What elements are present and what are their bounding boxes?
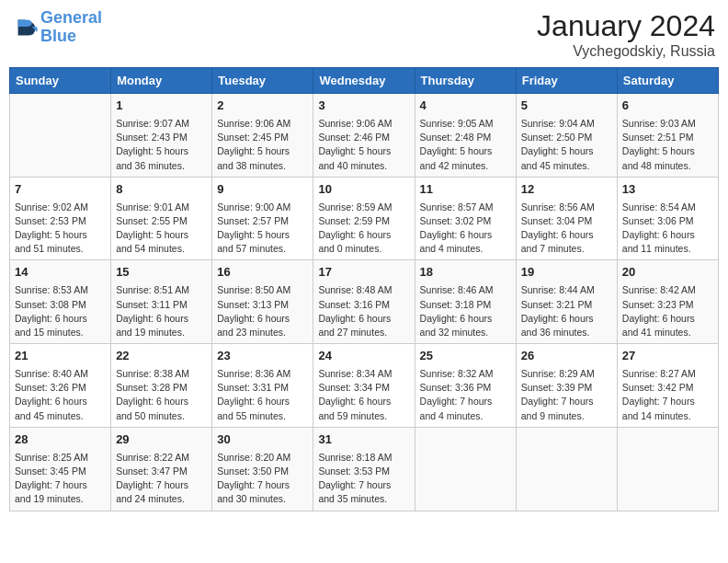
calendar-cell: 18Sunrise: 8:46 AMSunset: 3:18 PMDayligh…: [415, 260, 516, 344]
cell-info: Sunrise: 8:59 AMSunset: 2:59 PMDaylight:…: [318, 201, 409, 257]
day-number: 20: [622, 264, 713, 282]
cell-info: Sunrise: 8:27 AMSunset: 3:42 PMDaylight:…: [622, 367, 713, 423]
cell-info: Sunrise: 9:07 AMSunset: 2:43 PMDaylight:…: [116, 117, 207, 173]
cell-info: Sunrise: 9:02 AMSunset: 2:53 PMDaylight:…: [15, 201, 106, 257]
calendar-cell: 14Sunrise: 8:53 AMSunset: 3:08 PMDayligh…: [10, 260, 111, 344]
calendar-week-row: 21Sunrise: 8:40 AMSunset: 3:26 PMDayligh…: [10, 344, 719, 428]
cell-info: Sunrise: 8:51 AMSunset: 3:11 PMDaylight:…: [116, 283, 207, 339]
calendar-cell: 26Sunrise: 8:29 AMSunset: 3:39 PMDayligh…: [516, 344, 617, 428]
cell-info: Sunrise: 8:46 AMSunset: 3:18 PMDaylight:…: [420, 283, 511, 339]
title-block: January 2024 Vychegodskiy, Russia: [537, 9, 715, 60]
page-title: January 2024: [537, 9, 715, 43]
logo-text: General Blue: [40, 9, 102, 46]
calendar-week-row: 7Sunrise: 9:02 AMSunset: 2:53 PMDaylight…: [10, 177, 719, 260]
calendar-cell: 25Sunrise: 8:32 AMSunset: 3:36 PMDayligh…: [415, 344, 516, 428]
calendar-cell: 28Sunrise: 8:25 AMSunset: 3:45 PMDayligh…: [10, 427, 111, 511]
weekday-header-wednesday: Wednesday: [313, 68, 415, 94]
calendar-cell: 15Sunrise: 8:51 AMSunset: 3:11 PMDayligh…: [111, 260, 212, 344]
day-number: 22: [116, 348, 207, 365]
cell-info: Sunrise: 9:03 AMSunset: 2:51 PMDaylight:…: [622, 117, 713, 173]
cell-info: Sunrise: 9:04 AMSunset: 2:50 PMDaylight:…: [521, 117, 612, 173]
cell-info: Sunrise: 9:06 AMSunset: 2:46 PMDaylight:…: [318, 117, 409, 173]
calendar-week-row: 14Sunrise: 8:53 AMSunset: 3:08 PMDayligh…: [10, 260, 719, 344]
calendar-cell: 3Sunrise: 9:06 AMSunset: 2:46 PMDaylight…: [313, 94, 415, 178]
calendar-cell: 1Sunrise: 9:07 AMSunset: 2:43 PMDaylight…: [111, 94, 212, 178]
cell-info: Sunrise: 9:00 AMSunset: 2:57 PMDaylight:…: [217, 201, 308, 257]
cell-info: Sunrise: 8:38 AMSunset: 3:28 PMDaylight:…: [116, 367, 207, 423]
calendar-cell: 16Sunrise: 8:50 AMSunset: 3:13 PMDayligh…: [212, 260, 313, 344]
cell-info: Sunrise: 8:50 AMSunset: 3:13 PMDaylight:…: [217, 283, 308, 339]
cell-info: Sunrise: 8:54 AMSunset: 3:06 PMDaylight:…: [622, 201, 713, 257]
day-number: 11: [420, 181, 511, 199]
calendar-cell: 30Sunrise: 8:20 AMSunset: 3:50 PMDayligh…: [212, 427, 313, 511]
day-number: 26: [521, 348, 612, 365]
cell-info: Sunrise: 8:25 AMSunset: 3:45 PMDaylight:…: [15, 451, 106, 507]
day-number: 3: [318, 98, 409, 115]
page-header: General Blue January 2024 Vychegodskiy, …: [9, 9, 719, 60]
day-number: 17: [318, 264, 409, 282]
weekday-header-friday: Friday: [516, 68, 617, 94]
weekday-header-tuesday: Tuesday: [212, 68, 313, 94]
calendar-cell: 9Sunrise: 9:00 AMSunset: 2:57 PMDaylight…: [212, 177, 313, 260]
day-number: 10: [318, 181, 409, 199]
cell-info: Sunrise: 8:34 AMSunset: 3:34 PMDaylight:…: [318, 367, 409, 423]
calendar-week-row: 28Sunrise: 8:25 AMSunset: 3:45 PMDayligh…: [10, 427, 719, 511]
day-number: 5: [521, 98, 612, 115]
day-number: 16: [217, 264, 308, 282]
day-number: 30: [217, 431, 308, 449]
day-number: 9: [217, 181, 308, 199]
calendar-cell: [617, 427, 718, 511]
day-number: 23: [217, 348, 308, 365]
cell-info: Sunrise: 8:29 AMSunset: 3:39 PMDaylight:…: [521, 367, 612, 423]
calendar-cell: 13Sunrise: 8:54 AMSunset: 3:06 PMDayligh…: [617, 177, 718, 260]
cell-info: Sunrise: 8:20 AMSunset: 3:50 PMDaylight:…: [217, 451, 308, 507]
calendar-cell: 6Sunrise: 9:03 AMSunset: 2:51 PMDaylight…: [617, 94, 718, 178]
calendar-cell: 29Sunrise: 8:22 AMSunset: 3:47 PMDayligh…: [111, 427, 212, 511]
day-number: 25: [420, 348, 511, 365]
cell-info: Sunrise: 8:22 AMSunset: 3:47 PMDaylight:…: [116, 451, 207, 507]
calendar-cell: 17Sunrise: 8:48 AMSunset: 3:16 PMDayligh…: [313, 260, 415, 344]
day-number: 24: [318, 348, 409, 365]
day-number: 13: [622, 181, 713, 199]
calendar-cell: [516, 427, 617, 511]
logo-icon: [13, 15, 39, 40]
cell-info: Sunrise: 8:57 AMSunset: 3:02 PMDaylight:…: [420, 201, 511, 257]
cell-info: Sunrise: 8:36 AMSunset: 3:31 PMDaylight:…: [217, 367, 308, 423]
day-number: 6: [622, 98, 713, 115]
cell-info: Sunrise: 8:53 AMSunset: 3:08 PMDaylight:…: [15, 283, 106, 339]
calendar-cell: 11Sunrise: 8:57 AMSunset: 3:02 PMDayligh…: [415, 177, 516, 260]
day-number: 1: [116, 98, 207, 115]
day-number: 14: [15, 264, 106, 282]
calendar-cell: 27Sunrise: 8:27 AMSunset: 3:42 PMDayligh…: [617, 344, 718, 428]
day-number: 21: [15, 348, 106, 365]
calendar-cell: 8Sunrise: 9:01 AMSunset: 2:55 PMDaylight…: [111, 177, 212, 260]
day-number: 8: [116, 181, 207, 199]
day-number: 7: [15, 181, 106, 199]
day-number: 2: [217, 98, 308, 115]
cell-info: Sunrise: 8:40 AMSunset: 3:26 PMDaylight:…: [15, 367, 106, 423]
calendar-cell: 7Sunrise: 9:02 AMSunset: 2:53 PMDaylight…: [10, 177, 111, 260]
cell-info: Sunrise: 8:56 AMSunset: 3:04 PMDaylight:…: [521, 201, 612, 257]
cell-info: Sunrise: 9:06 AMSunset: 2:45 PMDaylight:…: [217, 117, 308, 173]
weekday-header-sunday: Sunday: [10, 68, 111, 94]
logo: General Blue: [13, 9, 102, 46]
day-number: 29: [116, 431, 207, 449]
calendar-table: SundayMondayTuesdayWednesdayThursdayFrid…: [9, 67, 719, 511]
day-number: 27: [622, 348, 713, 365]
cell-info: Sunrise: 8:32 AMSunset: 3:36 PMDaylight:…: [420, 367, 511, 423]
day-number: 12: [521, 181, 612, 199]
calendar-cell: [10, 94, 111, 178]
weekday-header-row: SundayMondayTuesdayWednesdayThursdayFrid…: [10, 68, 719, 94]
cell-info: Sunrise: 9:05 AMSunset: 2:48 PMDaylight:…: [420, 117, 511, 173]
calendar-cell: [415, 427, 516, 511]
calendar-cell: 24Sunrise: 8:34 AMSunset: 3:34 PMDayligh…: [313, 344, 415, 428]
day-number: 18: [420, 264, 511, 282]
calendar-cell: 23Sunrise: 8:36 AMSunset: 3:31 PMDayligh…: [212, 344, 313, 428]
calendar-week-row: 1Sunrise: 9:07 AMSunset: 2:43 PMDaylight…: [10, 94, 719, 178]
calendar-cell: 5Sunrise: 9:04 AMSunset: 2:50 PMDaylight…: [516, 94, 617, 178]
calendar-cell: 20Sunrise: 8:42 AMSunset: 3:23 PMDayligh…: [617, 260, 718, 344]
day-number: 4: [420, 98, 511, 115]
cell-info: Sunrise: 8:42 AMSunset: 3:23 PMDaylight:…: [622, 283, 713, 339]
cell-info: Sunrise: 8:44 AMSunset: 3:21 PMDaylight:…: [521, 283, 612, 339]
calendar-cell: 19Sunrise: 8:44 AMSunset: 3:21 PMDayligh…: [516, 260, 617, 344]
